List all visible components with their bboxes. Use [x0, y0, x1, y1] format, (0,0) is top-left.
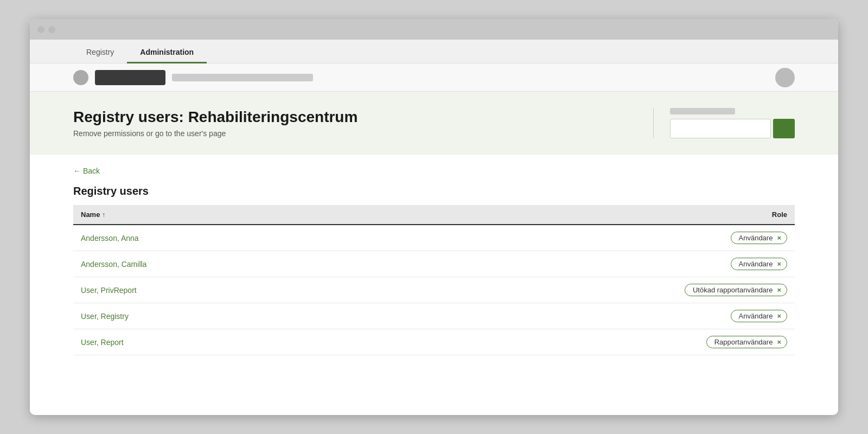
back-link[interactable]: ← Back: [73, 167, 100, 175]
user-link[interactable]: User, Registry: [81, 312, 129, 321]
user-avatar[interactable]: [775, 68, 795, 87]
role-label: Användare: [739, 260, 773, 268]
user-link[interactable]: User, PrivReport: [81, 286, 137, 295]
search-panel: [653, 108, 795, 138]
remove-role-button[interactable]: ×: [777, 312, 781, 320]
remove-role-button[interactable]: ×: [777, 234, 781, 242]
user-link[interactable]: Andersson, Anna: [81, 234, 139, 242]
hero-text: Registry users: Rehabiliteringscentrum R…: [73, 108, 358, 138]
user-role-cell: Användare×: [615, 251, 795, 277]
main-content: ← Back Registry users Name ↑ Role Anders…: [30, 155, 838, 415]
search-input[interactable]: [670, 119, 771, 138]
close-button[interactable]: [37, 26, 44, 33]
role-badge: Användare×: [731, 232, 787, 244]
user-link[interactable]: Andersson, Camilla: [81, 260, 146, 269]
column-header-name[interactable]: Name ↑: [73, 205, 615, 225]
app-window: Registry Administration Registry users: …: [30, 19, 838, 415]
user-role-cell: Användare×: [615, 303, 795, 329]
role-badge: Användare×: [731, 258, 787, 270]
page-subtitle: Remove permissions or go to the user's p…: [73, 129, 358, 138]
table-header-row: Name ↑ Role: [73, 205, 795, 225]
tab-registry[interactable]: Registry: [73, 42, 127, 63]
role-label: Utökad rapportanvändare: [693, 286, 773, 294]
table-row: User, PrivReportUtökad rapportanvändare×: [73, 277, 795, 303]
remove-role-button[interactable]: ×: [777, 260, 781, 268]
user-link[interactable]: User, Report: [81, 338, 124, 347]
user-role-cell: Användare×: [615, 225, 795, 251]
traffic-lights: [37, 26, 55, 33]
table-row: User, ReportRapportanvändare×: [73, 329, 795, 355]
table-row: Andersson, CamillaAnvändare×: [73, 251, 795, 277]
column-header-role: Role: [615, 205, 795, 225]
page-title: Registry users: Rehabiliteringscentrum: [73, 108, 358, 126]
user-name-cell: User, PrivReport: [73, 277, 615, 303]
role-label: Användare: [739, 234, 773, 242]
minimize-button[interactable]: [48, 26, 55, 33]
remove-role-button[interactable]: ×: [777, 338, 781, 346]
role-badge: Rapportanvändare×: [706, 336, 787, 348]
user-name-cell: Andersson, Anna: [73, 225, 615, 251]
search-form: [670, 119, 795, 138]
toolbar-dark-button[interactable]: [95, 70, 165, 85]
user-role-cell: Utökad rapportanvändare×: [615, 277, 795, 303]
role-badge: Utökad rapportanvändare×: [685, 284, 787, 296]
user-name-cell: User, Report: [73, 329, 615, 355]
user-role-cell: Rapportanvändare×: [615, 329, 795, 355]
table-row: User, RegistryAnvändare×: [73, 303, 795, 329]
hero-section: Registry users: Rehabiliteringscentrum R…: [30, 92, 838, 155]
tab-bar: Registry Administration: [30, 40, 838, 63]
role-label: Rapportanvändare: [714, 338, 773, 346]
role-label: Användare: [739, 312, 773, 320]
toolbar-breadcrumb: [172, 74, 313, 81]
toolbar: [30, 63, 838, 92]
table-row: Andersson, AnnaAnvändare×: [73, 225, 795, 251]
toolbar-icon: [73, 70, 88, 85]
search-label-placeholder: [670, 108, 735, 114]
search-button[interactable]: [773, 119, 795, 138]
role-badge: Användare×: [731, 310, 787, 322]
remove-role-button[interactable]: ×: [777, 286, 781, 294]
tab-administration[interactable]: Administration: [127, 42, 207, 63]
user-name-cell: Andersson, Camilla: [73, 251, 615, 277]
title-bar: [30, 19, 838, 40]
user-name-cell: User, Registry: [73, 303, 615, 329]
sort-arrow-icon[interactable]: ↑: [102, 211, 105, 219]
users-table: Name ↑ Role Andersson, AnnaAnvändare×And…: [73, 205, 795, 355]
section-title: Registry users: [73, 185, 795, 197]
